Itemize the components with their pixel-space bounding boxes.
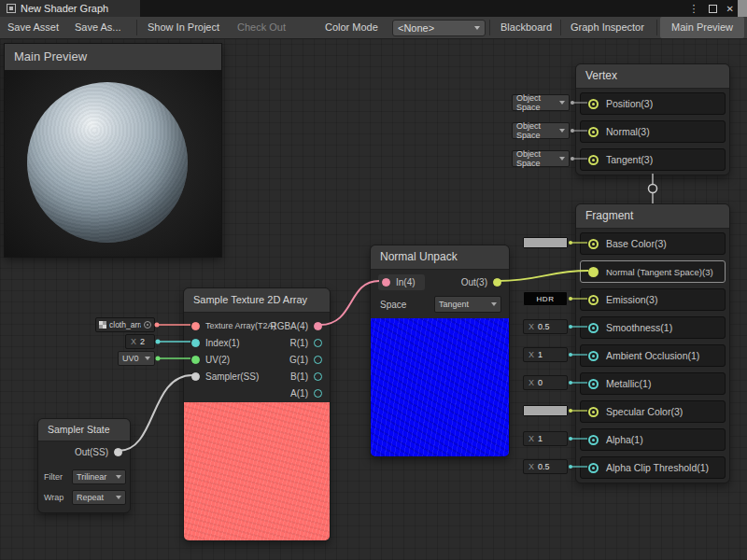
chevron-down-icon <box>559 101 565 105</box>
stub-dot-ao <box>569 353 572 357</box>
port-out-output[interactable] <box>493 278 501 287</box>
normal-space-dropdown[interactable]: Object Space <box>512 122 570 139</box>
block-row-position[interactable]: Position(3) <box>580 92 726 115</box>
port-normal-tangent-space[interactable] <box>588 267 599 277</box>
port-base-color[interactable] <box>588 239 599 249</box>
normal-unpack-node[interactable]: Normal Unpack In(4) Out(3) Space Tangent <box>370 245 510 457</box>
smoothness-field[interactable]: X 0.5 <box>523 319 568 334</box>
port-a-output[interactable] <box>314 389 322 398</box>
port-specular-color[interactable] <box>588 407 599 417</box>
wrap-dropdown-value: Repeat <box>77 493 104 502</box>
show-in-project-button[interactable]: Show In Project <box>140 17 227 38</box>
vertex-node[interactable]: Vertex Position(3) Normal(3) Tangent(3) <box>575 63 730 175</box>
close-icon[interactable]: ✕ <box>726 4 734 14</box>
block-row-alpha[interactable]: Alpha(1) <box>580 428 726 451</box>
port-texture-array-input[interactable] <box>191 322 200 330</box>
block-label: Ambient Occlusion(1) <box>606 350 699 361</box>
block-row-specular-color[interactable]: Specular Color(3) <box>580 400 726 423</box>
graph-inspector-button[interactable]: Graph Inspector <box>563 17 652 38</box>
normal-unpack-node-header[interactable]: Normal Unpack <box>371 245 509 270</box>
port-tangent[interactable] <box>588 155 599 165</box>
wrap-dropdown[interactable]: Repeat <box>72 490 126 505</box>
port-in-input[interactable] <box>382 278 390 287</box>
block-row-base-color[interactable]: Base Color(3) <box>580 232 726 255</box>
input-row-sampler: Sampler(SS) <box>191 368 259 385</box>
sampler-state-node[interactable]: Sampler State Out(SS) Filter Trilinear W… <box>37 418 131 513</box>
sample-texture-node-header[interactable]: Sample Texture 2D Array <box>184 288 330 313</box>
port-rgba-output[interactable] <box>314 322 322 330</box>
block-row-tangent[interactable]: Tangent(3) <box>580 148 726 171</box>
save-as-button[interactable]: Save As... <box>67 17 129 38</box>
space-dropdown-value: Object Space <box>516 93 556 112</box>
port-normal[interactable] <box>588 127 599 137</box>
stub-dot-texture <box>155 323 160 328</box>
port-b-output[interactable] <box>314 372 322 381</box>
toolbar-separator <box>560 20 561 35</box>
io-label: B(1) <box>290 371 308 382</box>
blackboard-button[interactable]: Blackboard <box>493 17 559 38</box>
vertex-node-header[interactable]: Vertex <box>576 64 729 89</box>
color-mode-value: <None> <box>398 22 434 34</box>
index-field[interactable]: X 2 <box>125 334 155 349</box>
save-asset-button[interactable]: Save Asset <box>0 17 66 38</box>
space-dropdown[interactable]: Tangent <box>434 296 501 313</box>
metallic-field[interactable]: X 0 <box>523 375 568 390</box>
alpha-field[interactable]: X 1 <box>523 431 568 446</box>
color-mode-dropdown[interactable]: <None> <box>392 20 486 36</box>
fragment-node-header[interactable]: Fragment <box>576 204 729 229</box>
emission-hdr-field[interactable]: HDR <box>523 291 568 306</box>
port-emission[interactable] <box>588 295 599 305</box>
object-picker-icon[interactable] <box>144 321 151 329</box>
main-preview-header[interactable]: Main Preview <box>5 44 221 70</box>
base-color-swatch[interactable] <box>523 237 568 248</box>
axis-label: X <box>529 322 534 331</box>
io-label: Out(3) <box>461 277 487 287</box>
port-alpha-clip-threshold[interactable] <box>588 463 599 473</box>
port-out-ss-output[interactable] <box>114 448 122 456</box>
maximize-icon[interactable] <box>709 5 717 13</box>
block-row-ambient-occlusion[interactable]: Ambient Occlusion(1) <box>580 344 726 367</box>
stub-dot-uv <box>156 357 161 361</box>
port-sampler-input[interactable] <box>191 372 200 381</box>
fragment-node[interactable]: Fragment Base Color(3) Normal (Tangent S… <box>575 203 730 483</box>
alpha-clip-threshold-field[interactable]: X 0.5 <box>523 459 568 474</box>
io-label: In(4) <box>396 277 416 287</box>
port-position[interactable] <box>588 99 599 109</box>
stub-dot-smoothness <box>569 325 572 329</box>
chevron-down-icon <box>491 302 497 306</box>
port-alpha[interactable] <box>588 435 599 445</box>
main-preview-button[interactable]: Main Preview <box>660 17 744 38</box>
vertex-fragment-link-handle[interactable] <box>649 185 657 193</box>
port-ambient-occlusion[interactable] <box>588 351 599 361</box>
port-uv-input[interactable] <box>191 356 200 364</box>
specular-color-swatch[interactable] <box>523 405 568 416</box>
texture-array-object-field[interactable]: cloth_array <box>95 317 155 332</box>
window-menu-icon[interactable]: ⋮ <box>689 3 699 15</box>
sample-texture-2d-array-node[interactable]: Sample Texture 2D Array Texture Array(T2… <box>183 287 331 541</box>
position-space-dropdown[interactable]: Object Space <box>512 94 570 111</box>
block-row-alpha-clip-threshold[interactable]: Alpha Clip Threshold(1) <box>580 456 726 479</box>
block-row-normal[interactable]: Normal(3) <box>580 120 726 143</box>
tangent-space-dropdown[interactable]: Object Space <box>512 150 570 167</box>
block-row-emission[interactable]: Emission(3) <box>580 288 726 311</box>
shader-graph-canvas[interactable]: New Shader Graph ⋮ ✕ Save Asset Save As.… <box>0 0 747 560</box>
main-preview-panel[interactable]: Main Preview <box>4 43 222 258</box>
port-r-output[interactable] <box>314 339 322 347</box>
block-row-smoothness[interactable]: Smoothness(1) <box>580 316 726 339</box>
port-index-input[interactable] <box>191 339 200 347</box>
stub-dot-basecolor <box>569 241 572 245</box>
port-metallic[interactable] <box>588 379 599 389</box>
filter-dropdown[interactable]: Trilinear <box>72 469 126 484</box>
space-dropdown-value: Object Space <box>516 149 556 168</box>
check-out-button: Check Out <box>230 17 293 38</box>
block-row-normal-tangent-space[interactable]: Normal (Tangent Space)(3) <box>580 260 726 283</box>
uv-channel-dropdown[interactable]: UV0 <box>118 351 155 366</box>
port-smoothness[interactable] <box>588 323 599 333</box>
sampler-state-node-header[interactable]: Sampler State <box>38 419 130 441</box>
document-tab[interactable]: New Shader Graph <box>0 0 140 17</box>
port-g-output[interactable] <box>314 356 322 364</box>
hdr-label: HDR <box>537 295 555 303</box>
output-row-rgba: RGBA(4) <box>270 317 322 334</box>
ambient-occlusion-field[interactable]: X 1 <box>523 347 568 362</box>
block-row-metallic[interactable]: Metallic(1) <box>580 372 726 395</box>
